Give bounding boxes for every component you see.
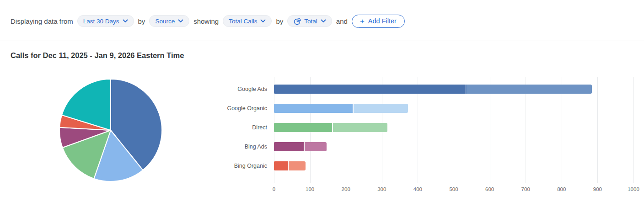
metric-dropdown[interactable]: Total Calls bbox=[223, 15, 272, 27]
x-axis-tick-label: 100 bbox=[306, 186, 314, 192]
date-range-dropdown[interactable]: Last 30 Days bbox=[77, 15, 134, 27]
bar-segment[interactable] bbox=[274, 123, 332, 132]
bar-row: Google Ads bbox=[224, 80, 644, 99]
x-axis-tick-label: 200 bbox=[342, 186, 350, 192]
bar-category-label: Bing Organic bbox=[224, 163, 274, 169]
x-axis-tick-label: 500 bbox=[449, 186, 458, 192]
add-filter-label: Add Filter bbox=[368, 17, 397, 25]
group-by-dropdown[interactable]: Source bbox=[149, 15, 189, 27]
bar-chart-rows: Google AdsGoogle OrganicDirectBing AdsBi… bbox=[224, 80, 644, 175]
x-axis-tick-label: 400 bbox=[413, 186, 422, 192]
stacked-bar bbox=[274, 85, 592, 94]
bar-segment[interactable] bbox=[289, 161, 306, 170]
stacked-bar bbox=[274, 161, 306, 170]
pie-chart-icon bbox=[293, 17, 301, 25]
filter-bar-text: Displaying data from bbox=[11, 17, 73, 25]
bar-segment[interactable] bbox=[274, 85, 466, 94]
section-divider bbox=[0, 41, 644, 41]
dropdown-label: Total Calls bbox=[229, 18, 257, 25]
bar-row: Bing Ads bbox=[224, 137, 644, 156]
dropdown-label: Last 30 Days bbox=[83, 18, 119, 25]
bar-segment[interactable] bbox=[333, 123, 388, 132]
bar-segment[interactable] bbox=[274, 104, 353, 113]
add-filter-button[interactable]: +Add Filter bbox=[352, 15, 405, 28]
bar-segment[interactable] bbox=[274, 142, 304, 151]
bar-row: Direct bbox=[224, 118, 644, 137]
bar-row: Bing Organic bbox=[224, 156, 644, 175]
chevron-down-icon bbox=[178, 19, 183, 23]
pie-chart bbox=[59, 78, 163, 182]
bar-row: Google Organic bbox=[224, 99, 644, 118]
filter-bar-text: by bbox=[138, 17, 145, 25]
dropdown-label: Source bbox=[155, 18, 175, 25]
x-axis-tick-label: 300 bbox=[377, 186, 386, 192]
bar-category-label: Google Ads bbox=[224, 86, 274, 92]
filter-bar: Displaying data fromLast 30 DaysbySource… bbox=[11, 14, 405, 28]
bar-segment[interactable] bbox=[274, 161, 288, 170]
bar-segment[interactable] bbox=[305, 142, 327, 151]
bar-segment[interactable] bbox=[466, 85, 592, 94]
chart-title: Calls for Dec 11, 2025 - Jan 9, 2026 Eas… bbox=[11, 51, 184, 60]
x-axis-tick-label: 1000 bbox=[628, 186, 639, 192]
x-axis-tick-label: 800 bbox=[557, 186, 566, 192]
time-grouping-dropdown[interactable]: Total bbox=[287, 15, 332, 27]
filter-bar-text: by bbox=[276, 17, 283, 25]
stacked-bar bbox=[274, 123, 387, 132]
dropdown-label: Total bbox=[304, 18, 317, 25]
x-axis-tick-label: 700 bbox=[521, 186, 530, 192]
bar-category-label: Bing Ads bbox=[224, 144, 274, 150]
x-axis-tick-label: 0 bbox=[273, 186, 275, 192]
x-axis-tick-label: 600 bbox=[485, 186, 494, 192]
plus-icon: + bbox=[360, 17, 365, 25]
bar-chart: Google AdsGoogle OrganicDirectBing AdsBi… bbox=[224, 77, 644, 197]
bar-category-label: Direct bbox=[224, 124, 274, 131]
bar-category-label: Google Organic bbox=[224, 105, 274, 112]
x-axis-tick-label: 900 bbox=[593, 186, 602, 192]
stacked-bar bbox=[274, 142, 327, 151]
filter-bar-text: and bbox=[336, 17, 348, 25]
stacked-bar bbox=[274, 104, 408, 113]
bar-segment[interactable] bbox=[354, 104, 408, 113]
chevron-down-icon bbox=[123, 19, 128, 23]
chevron-down-icon bbox=[260, 19, 266, 23]
filter-bar-text: showing bbox=[193, 17, 219, 25]
chevron-down-icon bbox=[321, 19, 326, 23]
x-axis-ticks: 01002003004005006007008009001000 bbox=[274, 186, 640, 194]
